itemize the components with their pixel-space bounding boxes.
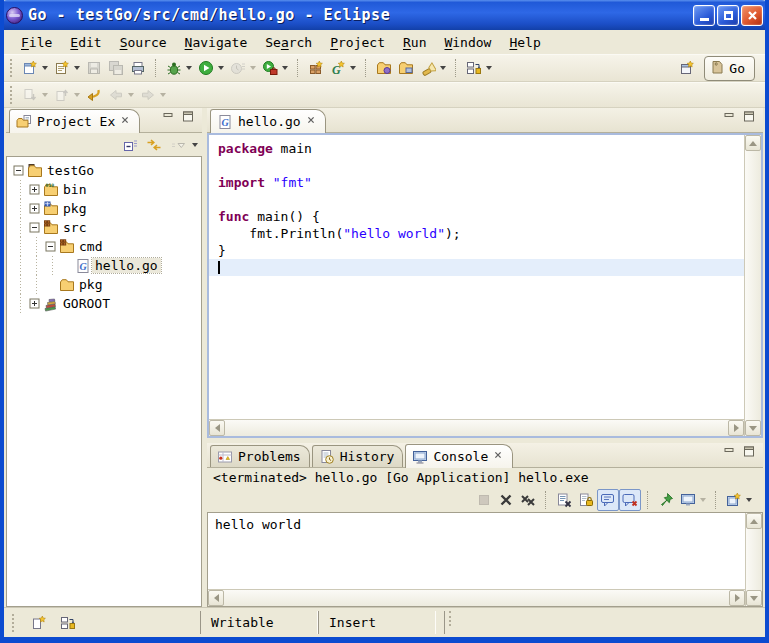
scroll-lock-button[interactable] [575,489,597,511]
chevron-down-icon[interactable] [486,66,492,70]
maximize-button[interactable] [717,5,739,26]
tree-item-hello-go[interactable]: Ghello.go [7,256,201,275]
svg-text:010: 010 [46,183,55,188]
project-tree[interactable]: testGo010binpkgsrccmdGhello.gopkgGOROOT [6,156,202,607]
tab-label: Console [433,449,488,464]
pin-console-button[interactable] [655,489,677,511]
tab-console[interactable]: Console [405,444,513,468]
menu-file[interactable]: File [12,32,61,53]
console-vscrollbar[interactable] [745,513,762,606]
editor-hscrollbar[interactable] [209,419,744,436]
scroll-up-button[interactable] [745,135,761,151]
scroll-down-button[interactable] [746,590,762,606]
menu-project[interactable]: Project [321,32,394,53]
collapse-all-button[interactable] [119,134,141,156]
expand-expander-icon[interactable] [29,184,40,195]
code-editor[interactable]: package mainimport "fmt"func main() { fm… [209,135,744,419]
tab-editor-hello-go[interactable]: G hello.go [210,109,326,133]
show-stderr-when-changed-button[interactable] [619,489,641,511]
open-resource-button[interactable] [395,57,417,79]
scroll-left-button[interactable] [209,420,225,436]
close-editor-icon[interactable] [305,114,317,129]
tab-history[interactable]: History [312,445,404,467]
run-external-tools-button[interactable] [259,57,291,79]
maximize-editor-icon[interactable] [742,109,758,128]
chevron-down-icon[interactable] [218,66,224,70]
minimize-view-icon[interactable] [722,444,738,463]
scroll-down-button[interactable] [745,420,761,436]
chevron-down-icon[interactable] [350,66,356,70]
link-with-editor-button[interactable] [143,134,165,156]
menu-help[interactable]: Help [500,32,549,53]
tab-problems[interactable]: Problems [210,445,310,467]
remove-all-terminated-button[interactable] [517,489,539,511]
minimize-editor-icon[interactable] [722,109,738,128]
menu-run[interactable]: Run [394,32,435,53]
search-button[interactable] [417,57,449,79]
chevron-down-icon[interactable] [282,66,288,70]
print-button[interactable] [127,57,149,79]
new-wizard-button[interactable] [19,57,51,79]
menu-navigate[interactable]: Navigate [176,32,257,53]
console-hscrollbar[interactable] [208,589,745,606]
fast-view-button[interactable] [57,612,79,634]
menu-window[interactable]: Window [435,32,500,53]
maximize-view-icon[interactable] [181,109,197,128]
new-go-wizard-button[interactable] [51,57,83,79]
minimize-view-icon[interactable] [161,109,177,128]
tree-item-pkg[interactable]: pkg [7,275,201,294]
scroll-left-button[interactable] [208,590,224,606]
new-go-project-button[interactable] [305,57,327,79]
menu-search[interactable]: Search [256,32,321,53]
editor-vscrollbar[interactable] [744,135,761,436]
last-edit-location-button[interactable] [83,84,105,106]
collapse-expander-icon[interactable] [29,222,40,233]
close-view-icon[interactable] [119,114,131,129]
tree-item-pkg[interactable]: pkg [7,199,201,218]
view-menu-chevron-icon[interactable] [192,143,198,147]
run-button[interactable] [195,57,227,79]
remove-launch-button[interactable] [495,489,517,511]
console-output[interactable]: hello world [208,513,745,589]
chevron-down-icon[interactable] [42,66,48,70]
tree-item-src[interactable]: src [7,218,201,237]
debug-icon [166,60,182,76]
tree-item-testgo[interactable]: testGo [7,161,201,180]
menu-edit[interactable]: Edit [61,32,110,53]
perspective-go-button[interactable]: Go [704,56,755,81]
tree-item-bin[interactable]: 010bin [7,180,201,199]
expand-expander-icon[interactable] [29,203,40,214]
tree-item-goroot[interactable]: GOROOT [7,294,201,313]
chevron-down-icon[interactable] [186,66,192,70]
scroll-up-button[interactable] [746,513,762,529]
maximize-icon [724,11,733,20]
debug-button[interactable] [163,57,195,79]
fast-view-new-button[interactable] [28,612,50,634]
menu-source[interactable]: Source [111,32,176,53]
new-go-element-button[interactable]: G [327,57,359,79]
scroll-right-button[interactable] [729,590,745,606]
chevron-down-icon[interactable] [746,498,752,502]
expand-expander-icon[interactable] [29,298,40,309]
collapse-expander-icon[interactable] [45,241,56,252]
tree-item-cmd[interactable]: cmd [7,237,201,256]
title-bar[interactable]: Go - testGo/src/cmd/hello.go - Eclipse [0,0,769,30]
display-selected-console-button[interactable] [677,489,709,511]
open-console-button[interactable] [723,489,755,511]
open-type-button[interactable] [373,57,395,79]
clear-console-button[interactable] [553,489,575,511]
chevron-down-icon[interactable] [440,66,446,70]
scroll-right-button[interactable] [728,420,744,436]
maximize-view-icon[interactable] [742,444,758,463]
close-button[interactable] [741,5,763,26]
fast-view-toggle-button[interactable] [463,57,495,79]
new-alt-icon [54,60,70,76]
chevron-down-icon[interactable] [74,66,80,70]
close-view-icon[interactable] [492,449,504,464]
show-stdout-when-changed-button[interactable] [597,489,619,511]
open-perspective-button[interactable] [676,57,698,79]
minimize-button[interactable] [693,5,715,26]
pin-console-icon [658,492,674,508]
tab-project-explorer[interactable]: Project Ex [9,109,140,133]
collapse-expander-icon[interactable] [13,165,24,176]
